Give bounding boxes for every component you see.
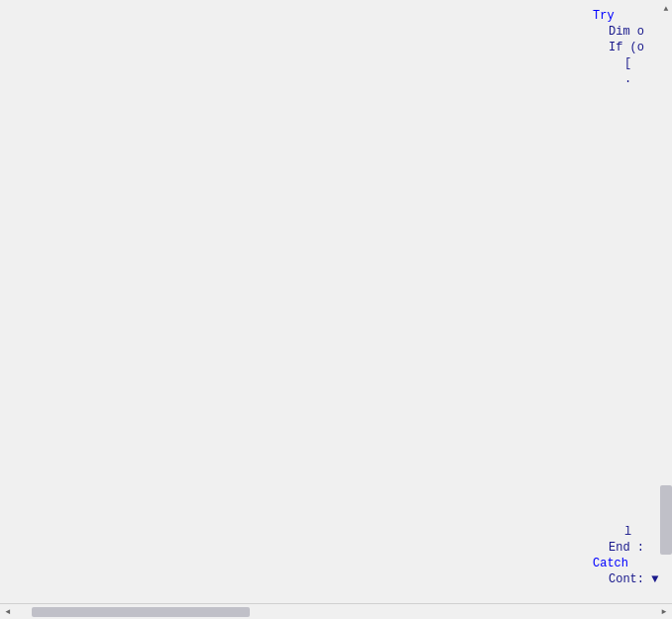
code-text-dim: Dim o [609, 24, 644, 40]
code-text-end: End : [609, 540, 644, 556]
code-line-try: Try [593, 8, 668, 24]
code-line-dim: Dim o [593, 24, 668, 40]
scroll-right-arrow[interactable]: ► [656, 604, 672, 620]
editor-container: Try Dim o If (o [ . ▲ [0, 0, 672, 619]
code-line-dot: . [593, 71, 668, 87]
code-text-if: If (o [609, 40, 644, 55]
code-line-end: End : [593, 540, 668, 556]
code-line-bracket: [ [593, 55, 668, 71]
scrollbar-horizontal-container: ◄ ► [0, 603, 672, 619]
scrollbar-horizontal-track[interactable] [32, 607, 640, 617]
scroll-left-arrow[interactable]: ◄ [0, 604, 16, 620]
code-line-l: l [593, 524, 668, 540]
code-text-l: l [624, 524, 631, 540]
code-text-cont: Cont: ▼ [609, 571, 658, 587]
code-line-if: If (o [593, 40, 668, 55]
code-text-bracket: [ [624, 55, 631, 71]
scroll-up-arrow[interactable]: ▲ [660, 0, 672, 16]
code-line-catch: Catch [593, 556, 668, 571]
code-content-bottom: l End : Catch Cont: ▼ [593, 524, 672, 587]
scrollbar-horizontal-thumb[interactable] [32, 607, 250, 617]
keyword-catch: Catch [593, 556, 628, 571]
keyword-try: Try [593, 8, 615, 24]
code-line-cont: Cont: ▼ [593, 571, 668, 587]
code-area[interactable]: Try Dim o If (o [ . ▲ [0, 0, 672, 603]
code-text-dot: . [624, 71, 631, 87]
